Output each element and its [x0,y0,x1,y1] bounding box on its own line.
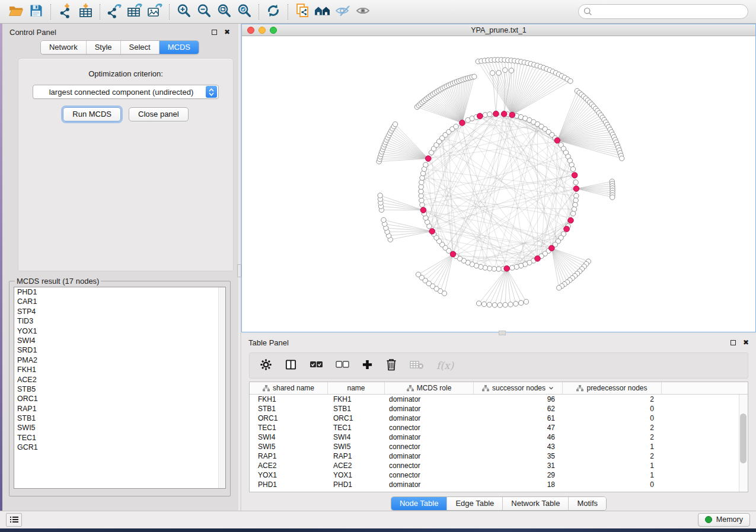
control-panel: Control Panel ✖ Network Style Select MCD… [2,24,237,511]
right-column: YPA_prune.txt_1 Table Panel ✖ [241,24,756,511]
table-cell: 61 [474,414,563,422]
table-row[interactable]: STB1STB1dominator620 [250,404,748,414]
mcds-result-item[interactable]: STB1 [14,414,225,423]
table-row[interactable]: RAP1RAP1dominator352 [250,451,748,461]
vertical-splitter[interactable] [237,24,241,511]
horizontal-splitter[interactable] [241,332,756,334]
network-canvas[interactable] [242,36,755,332]
zoom-selected-button[interactable] [234,3,254,21]
tab-select[interactable]: Select [120,41,159,54]
export-network-icon [106,2,123,21]
mcds-result-item[interactable]: SWI5 [14,423,225,432]
close-panel-icon[interactable]: ✖ [743,339,749,346]
mcds-result-item[interactable]: SRD1 [14,345,225,355]
table-cell: connector [385,462,474,470]
table-scrollbar[interactable] [739,395,748,492]
clone-network-button[interactable] [292,3,312,21]
search-input[interactable] [578,4,748,19]
maximize-window-icon[interactable] [270,27,277,34]
table-cell: 46 [474,433,563,441]
tab-edge-table[interactable]: Edge Table [446,497,502,510]
mcds-result-item[interactable]: ORC1 [14,394,225,403]
table-cell: connector [385,424,474,432]
import-network-button[interactable] [55,3,75,21]
first-neighbors-button[interactable] [312,3,333,21]
mcds-result-item[interactable]: ACE2 [14,375,225,384]
export-table-button[interactable] [125,3,145,21]
deselect-all-rows-button[interactable] [336,360,349,371]
table-row[interactable]: TEC1TEC1connector472 [250,423,748,432]
column-header-name[interactable]: name [328,382,385,394]
mcds-result-item[interactable]: CAR1 [14,297,225,306]
mcds-list-scrollbar[interactable] [218,287,225,488]
criterion-dropdown[interactable]: largest connected component (undirected) [33,85,219,99]
column-header-shared-name[interactable]: shared name [250,382,328,394]
export-network-button[interactable] [104,3,125,21]
show-panels-button[interactable] [6,513,22,527]
zoom-in-button[interactable] [174,3,194,21]
delete-table-icon [410,360,424,372]
table-row[interactable]: SWI5SWI5connector431 [250,442,748,451]
table-row[interactable]: SWI4SWI4dominator462 [250,432,748,442]
table-row[interactable]: YOX1YOX1connector291 [250,470,748,480]
mcds-result-item[interactable]: TEC1 [14,433,225,443]
float-panel-icon[interactable] [731,340,736,345]
memory-button[interactable]: Memory [698,513,750,527]
table-row[interactable]: ORC1ORC1dominator610 [250,414,748,423]
import-table-button[interactable] [75,3,95,21]
table-cell: SWI5 [328,443,385,451]
sitemap-icon [407,385,414,392]
mcds-result-item[interactable]: GCR1 [14,443,225,452]
table-row[interactable]: FKH1FKH1dominator962 [250,395,748,404]
column-header-predecessor-nodes[interactable]: predecessor nodes [563,382,662,394]
dropdown-stepper-icon [206,86,217,98]
mcds-result-item[interactable]: STP4 [14,307,225,316]
table-scrollbar-thumb[interactable] [740,414,747,463]
table-cell: 2 [563,433,662,441]
mcds-result-item[interactable]: PMA2 [14,355,225,365]
column-header-successor-nodes[interactable]: successor nodes [474,382,563,394]
hide-selected-button[interactable] [333,3,353,21]
show-all-button[interactable] [353,3,373,21]
column-header-mcds-role[interactable]: MCDS role [385,382,474,394]
table-settings-button[interactable] [260,358,272,373]
delete-table-button[interactable] [410,360,424,372]
table-cell: STB1 [250,405,328,413]
export-image-button[interactable] [145,3,165,21]
mcds-result-item[interactable]: TID3 [14,316,225,326]
tab-mcds[interactable]: MCDS [159,41,199,54]
mcds-result-item[interactable]: STB5 [14,384,225,394]
tab-network-table[interactable]: Network Table [502,497,568,510]
mcds-result-item[interactable]: YOX1 [14,326,225,336]
mcds-result-item[interactable]: SWI4 [14,336,225,345]
tab-network[interactable]: Network [41,41,86,54]
sitemap-icon [576,385,583,392]
save-session-button[interactable] [26,3,46,21]
table-row[interactable]: ACE2ACE2connector311 [250,461,748,470]
select-all-rows-button[interactable] [310,360,323,371]
close-window-icon[interactable] [247,27,254,34]
mcds-result-item[interactable]: PHD1 [14,287,225,297]
mcds-result-item[interactable]: FKH1 [14,365,225,374]
tab-motifs[interactable]: Motifs [568,497,606,510]
close-panel-button[interactable]: Close panel [129,107,189,121]
table-row[interactable]: PHD1PHD1dominator180 [250,480,748,489]
open-file-button[interactable] [6,3,26,21]
zoom-fit-button[interactable] [214,3,234,21]
close-panel-icon[interactable]: ✖ [224,28,230,36]
mcds-result-item[interactable]: RAP1 [14,404,225,414]
refresh-button[interactable] [263,3,283,21]
column-layout-button[interactable] [285,358,297,373]
tab-style[interactable]: Style [86,41,120,54]
delete-column-button[interactable] [385,358,397,373]
memory-label: Memory [716,515,743,524]
float-panel-icon[interactable] [212,30,217,35]
tab-node-table[interactable]: Node Table [391,497,447,510]
add-column-button[interactable] [362,359,373,373]
run-mcds-button[interactable]: Run MCDS [63,107,121,121]
splitter-grip[interactable] [237,264,241,277]
minimize-window-icon[interactable] [259,27,266,34]
zoom-out-button[interactable] [194,3,214,21]
apply-function-button[interactable]: f(x) [436,360,454,371]
splitter-grip[interactable] [499,331,506,335]
